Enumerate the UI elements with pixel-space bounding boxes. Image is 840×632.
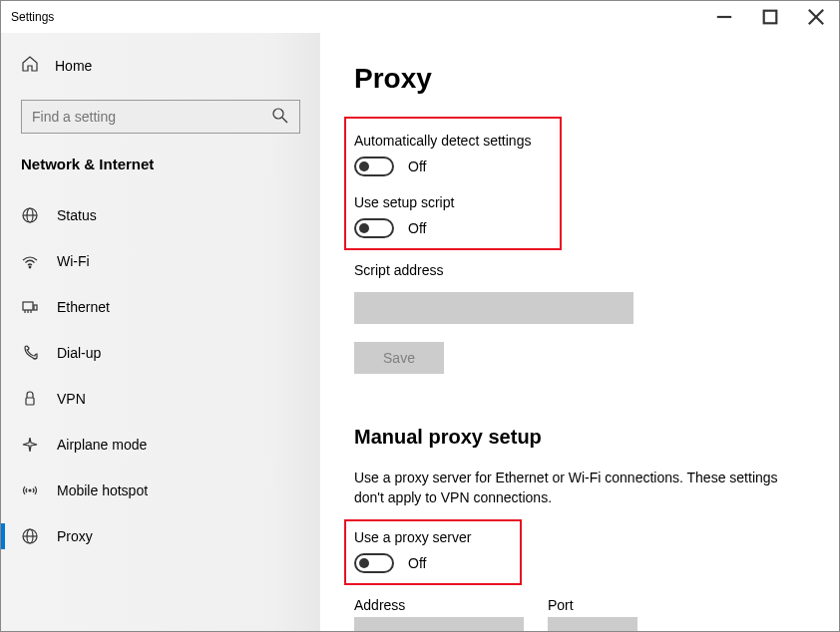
airplane-icon <box>21 436 39 454</box>
home-icon <box>21 55 39 76</box>
sidebar-item-wifi[interactable]: Wi-Fi <box>1 238 320 284</box>
svg-line-5 <box>282 118 287 123</box>
highlight-manual: Use a proxy server Off <box>344 519 522 585</box>
setup-script-label: Use setup script <box>354 194 552 210</box>
highlight-auto: Automatically detect settings Off Use se… <box>344 117 562 250</box>
svg-rect-10 <box>23 302 33 310</box>
window-buttons <box>701 1 839 33</box>
titlebar: Settings <box>1 1 839 33</box>
minimize-button[interactable] <box>701 1 747 33</box>
home-link[interactable]: Home <box>1 45 320 86</box>
setup-script-toggle[interactable] <box>354 218 394 238</box>
sidebar-item-label: Airplane mode <box>57 437 147 453</box>
svg-rect-11 <box>34 305 37 310</box>
sidebar-item-label: Dial-up <box>57 345 101 361</box>
port-input[interactable] <box>548 617 637 631</box>
auto-detect-state: Off <box>408 158 426 174</box>
ethernet-icon <box>21 298 39 316</box>
content-pane: Proxy Automatically detect settings Off … <box>320 33 839 631</box>
svg-point-9 <box>29 266 31 268</box>
use-proxy-state: Off <box>408 555 426 571</box>
category-heading: Network & Internet <box>1 156 320 192</box>
search-box[interactable] <box>21 100 300 134</box>
sidebar-item-ethernet[interactable]: Ethernet <box>1 284 320 330</box>
sidebar-item-hotspot[interactable]: Mobile hotspot <box>1 468 320 513</box>
port-label: Port <box>548 597 637 613</box>
use-proxy-label: Use a proxy server <box>354 529 512 545</box>
auto-detect-label: Automatically detect settings <box>354 133 552 149</box>
search-icon <box>271 107 289 128</box>
save-button[interactable]: Save <box>354 342 444 374</box>
sidebar: Home Network & Internet Status Wi-Fi <box>1 33 320 631</box>
window-title: Settings <box>11 10 54 24</box>
address-input[interactable] <box>354 617 524 631</box>
status-icon <box>21 206 39 224</box>
script-address-label: Script address <box>354 262 805 278</box>
home-label: Home <box>55 58 92 74</box>
auto-detect-toggle[interactable] <box>354 157 394 176</box>
sidebar-item-label: VPN <box>57 391 86 407</box>
sidebar-item-label: Ethernet <box>57 299 110 315</box>
sidebar-item-vpn[interactable]: VPN <box>1 376 320 422</box>
search-input[interactable] <box>32 109 271 125</box>
hotspot-icon <box>21 481 39 499</box>
svg-point-4 <box>273 109 283 119</box>
sidebar-item-airplane[interactable]: Airplane mode <box>1 422 320 468</box>
use-proxy-toggle[interactable] <box>354 553 394 573</box>
proxy-icon <box>21 527 39 545</box>
manual-heading: Manual proxy setup <box>354 426 805 449</box>
maximize-button[interactable] <box>747 1 793 33</box>
script-address-input[interactable] <box>354 292 633 324</box>
sidebar-item-label: Status <box>57 207 97 223</box>
sidebar-item-label: Proxy <box>57 528 93 544</box>
address-label: Address <box>354 597 524 613</box>
close-button[interactable] <box>793 1 839 33</box>
dialup-icon <box>21 344 39 362</box>
page-title: Proxy <box>354 63 805 95</box>
svg-point-16 <box>29 489 31 491</box>
sidebar-item-label: Mobile hotspot <box>57 482 148 498</box>
sidebar-item-label: Wi-Fi <box>57 253 90 269</box>
sidebar-item-status[interactable]: Status <box>1 192 320 238</box>
wifi-icon <box>21 252 39 270</box>
manual-description: Use a proxy server for Ethernet or Wi-Fi… <box>354 469 805 507</box>
sidebar-item-dialup[interactable]: Dial-up <box>1 330 320 376</box>
vpn-icon <box>21 390 39 408</box>
svg-rect-1 <box>764 11 777 24</box>
svg-rect-15 <box>26 398 34 405</box>
setup-script-state: Off <box>408 220 426 236</box>
sidebar-item-proxy[interactable]: Proxy <box>1 513 320 559</box>
